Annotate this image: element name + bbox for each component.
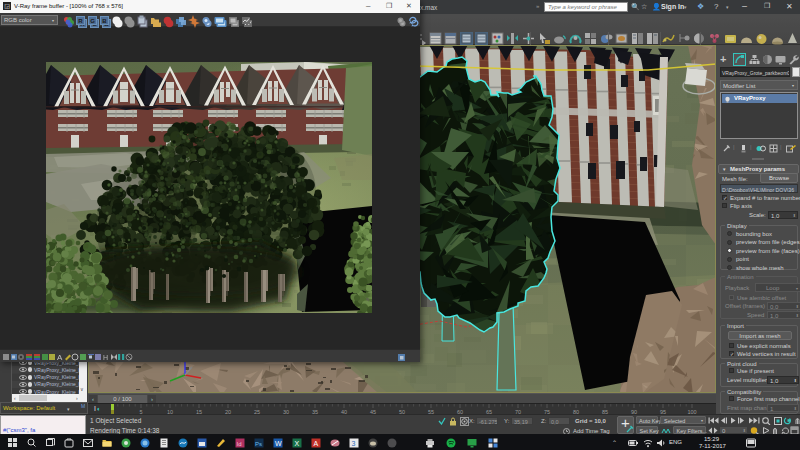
svg-text:Id: Id	[237, 440, 242, 446]
svg-text:A: A	[314, 440, 319, 447]
svg-text:W: W	[275, 440, 282, 447]
svg-text:H: H	[103, 354, 108, 361]
svg-text:3: 3	[352, 440, 356, 447]
svg-text:Ps: Ps	[255, 440, 262, 446]
svg-text:X: X	[295, 440, 300, 447]
svg-text:A: A	[57, 353, 63, 362]
